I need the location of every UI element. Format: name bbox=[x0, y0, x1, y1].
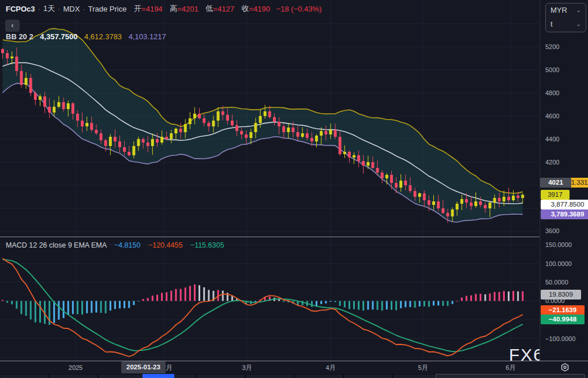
macd-histogram-bar bbox=[91, 301, 92, 313]
macd-line-value-label: −21.1639 bbox=[541, 305, 585, 315]
macd-histogram-bar bbox=[447, 301, 448, 306]
macd-histogram-bar bbox=[508, 291, 510, 301]
macd-histogram-bar bbox=[325, 301, 327, 304]
macd-histogram-bar bbox=[185, 287, 186, 301]
macd-histogram-bar bbox=[166, 292, 167, 301]
macd-histogram-bar bbox=[86, 301, 88, 313]
open-value: =4194 bbox=[141, 5, 163, 13]
macd-histogram-bar bbox=[180, 289, 182, 301]
macd-histogram-bar bbox=[489, 294, 491, 301]
selected-range-cell[interactable] bbox=[143, 374, 174, 378]
unit-dropdown[interactable]: t ⌄ bbox=[546, 17, 586, 31]
macd-histogram-bar bbox=[381, 301, 383, 311]
macd-histogram-bar bbox=[316, 301, 317, 306]
macd-histogram-bar bbox=[81, 301, 83, 315]
macd-histogram-bar bbox=[77, 301, 78, 315]
strip-cell[interactable] bbox=[393, 375, 441, 378]
macd-histogram-bar bbox=[119, 301, 121, 309]
strip-cell[interactable] bbox=[246, 375, 294, 378]
macd-histogram-bar bbox=[35, 301, 36, 323]
strip-cell[interactable] bbox=[99, 375, 147, 378]
interval-label[interactable]: 1天 bbox=[43, 4, 55, 13]
bb-fill bbox=[3, 28, 523, 222]
macd-histogram-bar bbox=[367, 301, 369, 310]
macd-histogram-bar bbox=[30, 301, 32, 320]
date-tooltip: 2025-01-23 bbox=[121, 361, 166, 373]
macd-histogram-bar bbox=[11, 301, 13, 305]
macd-histogram-bar bbox=[320, 301, 322, 304]
macd-histogram-bar bbox=[25, 301, 27, 316]
macd-histogram-bar bbox=[72, 301, 74, 315]
macd-histogram-bar bbox=[419, 301, 421, 307]
pane-divider[interactable] bbox=[0, 237, 588, 237]
axis-tick-label: 150.0000 bbox=[545, 241, 572, 248]
time-axis-label: 6月 bbox=[505, 361, 515, 374]
strip-cell[interactable] bbox=[295, 375, 343, 378]
macd-histogram-bar bbox=[68, 301, 69, 315]
low-value: =4127 bbox=[213, 5, 234, 13]
macd-histogram-bar bbox=[405, 301, 406, 308]
macd-histogram-bar bbox=[100, 301, 102, 313]
chart-header: FCPOc3·1天·MDX·Trade Price 开=4194 高=4201 … bbox=[6, 3, 321, 14]
back-button[interactable]: ‹ bbox=[5, 20, 20, 32]
macd-histogram-bar bbox=[39, 301, 41, 323]
strip-cell[interactable] bbox=[50, 375, 98, 378]
macd-histogram-bar bbox=[156, 295, 158, 301]
macd-histogram-bar bbox=[437, 301, 439, 306]
macd-histogram-bar bbox=[152, 295, 153, 301]
macd-histogram-bar bbox=[335, 301, 336, 302]
strip-cell[interactable] bbox=[197, 375, 245, 378]
chevron-down-icon: ⌄ bbox=[576, 17, 581, 31]
macd-histogram-bar bbox=[400, 301, 402, 309]
macd-histogram-bar bbox=[222, 291, 224, 301]
macd-histogram-bar bbox=[329, 301, 331, 302]
macd-histogram-bar bbox=[484, 294, 486, 301]
macd-histogram-bar bbox=[95, 301, 97, 313]
macd-signal-value-label: −40.9948 bbox=[541, 315, 585, 324]
macd-indicator-legend[interactable]: MACD 12 26 close 9 EMA EMA −4.8150 −120.… bbox=[6, 241, 224, 249]
time-axis-label: 3月 bbox=[242, 361, 252, 374]
macd-histogram-bar bbox=[199, 285, 200, 301]
bb-indicator-legend[interactable]: BB 20 2 4,357.7500 4,612.3783 4,103.1217 bbox=[6, 32, 166, 41]
low-key: 低 bbox=[205, 4, 213, 13]
macd-histogram-bar bbox=[353, 301, 355, 309]
strip-cell[interactable] bbox=[1, 375, 48, 378]
macd-histogram-bar bbox=[21, 301, 23, 315]
axis-tick-label: 4600 bbox=[545, 113, 559, 119]
macd-histogram-bar bbox=[480, 294, 481, 301]
gear-icon[interactable] bbox=[560, 362, 570, 373]
macd-histogram-bar bbox=[2, 300, 3, 301]
macd-histogram-bar bbox=[123, 301, 125, 309]
macd-histogram-bar bbox=[189, 286, 191, 301]
macd-histogram-bar bbox=[6, 301, 8, 303]
macd-histogram-bar bbox=[461, 298, 463, 301]
time-axis[interactable]: 20252月3月4月5月6月 bbox=[0, 361, 588, 375]
close-value: =4190 bbox=[249, 5, 271, 13]
strip-outline-box bbox=[436, 374, 585, 378]
macd-histogram-bar bbox=[470, 295, 472, 301]
chevron-down-icon: ⌄ bbox=[576, 3, 581, 17]
macd-signal-value: −115.6305 bbox=[190, 241, 224, 249]
macd-histogram-bar bbox=[311, 301, 313, 307]
macd-histogram-bar bbox=[170, 291, 172, 301]
macd-chart-pane[interactable] bbox=[0, 237, 540, 361]
unit-value: t bbox=[550, 17, 553, 31]
axis-tick-label: 5000 bbox=[545, 66, 559, 73]
macd-histogram-bar bbox=[512, 291, 514, 301]
macd-histogram-bar bbox=[424, 301, 425, 307]
strip-cell[interactable] bbox=[344, 375, 392, 378]
bottom-strip bbox=[0, 374, 588, 378]
macd-histogram-bar bbox=[283, 301, 284, 302]
scale-settings-box: MYR ⌄ t ⌄ bbox=[545, 3, 586, 32]
macd-histogram-bar bbox=[442, 301, 444, 306]
macd-histogram-bar bbox=[494, 292, 496, 301]
time-axis-label: 4月 bbox=[325, 361, 335, 374]
macd-histogram-bar bbox=[58, 301, 59, 320]
macd-hist-value: −4.8150 bbox=[114, 241, 141, 249]
symbol-title[interactable]: FCPOc3 bbox=[6, 5, 35, 13]
macd-histogram-bar bbox=[386, 301, 388, 310]
currency-dropdown[interactable]: MYR ⌄ bbox=[546, 3, 586, 17]
bb-lower-price-label: 3,789.3689 bbox=[541, 209, 588, 219]
gray-price-label: 4021 bbox=[540, 178, 571, 188]
time-axis-label: 2025 bbox=[69, 361, 83, 374]
